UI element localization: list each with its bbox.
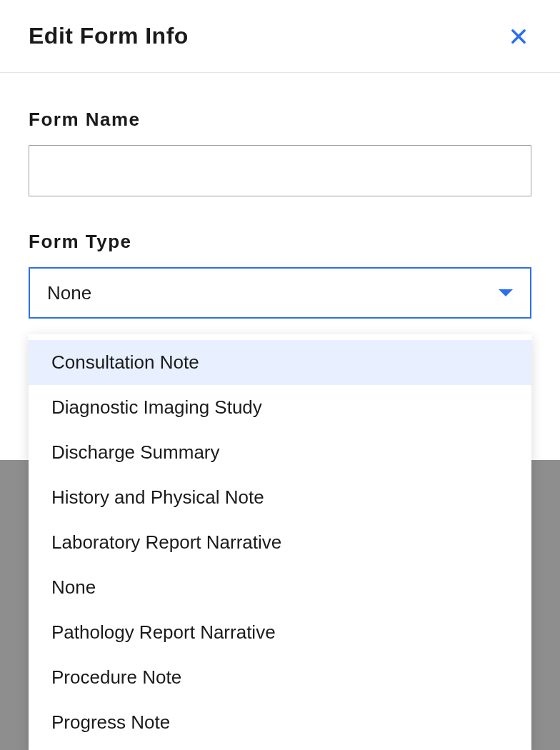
form-type-selected-value: None [47, 282, 91, 304]
dropdown-option-laboratory-report-narrative[interactable]: Laboratory Report Narrative [29, 520, 531, 565]
form-name-label: Form Name [29, 109, 531, 131]
form-name-group: Form Name [29, 109, 531, 196]
dropdown-option-progress-note[interactable]: Progress Note [29, 700, 531, 745]
form-type-group: Form Type None [29, 231, 531, 319]
close-icon [509, 26, 529, 46]
modal-title: Edit Form Info [29, 23, 189, 49]
dropdown-option-history-physical-note[interactable]: History and Physical Note [29, 475, 531, 520]
dropdown-option-consultation-note[interactable]: Consultation Note [29, 340, 531, 385]
dropdown-option-none[interactable]: None [29, 565, 531, 610]
dropdown-option-procedure-note[interactable]: Procedure Note [29, 655, 531, 700]
form-type-label: Form Type [29, 231, 531, 253]
form-name-input[interactable] [29, 145, 531, 196]
dropdown-option-diagnostic-imaging-study[interactable]: Diagnostic Imaging Study [29, 385, 531, 430]
form-type-select[interactable]: None [29, 267, 531, 319]
dropdown-option-pathology-report-narrative[interactable]: Pathology Report Narrative [29, 610, 531, 655]
caret-down-icon [499, 289, 513, 296]
edit-form-modal: Edit Form Info Form Name Form Type None [0, 0, 560, 381]
form-type-dropdown[interactable]: Consultation Note Diagnostic Imaging Stu… [29, 334, 531, 750]
modal-header: Edit Form Info [0, 0, 560, 73]
dropdown-option-discharge-summary[interactable]: Discharge Summary [29, 430, 531, 475]
close-button[interactable] [506, 24, 531, 49]
